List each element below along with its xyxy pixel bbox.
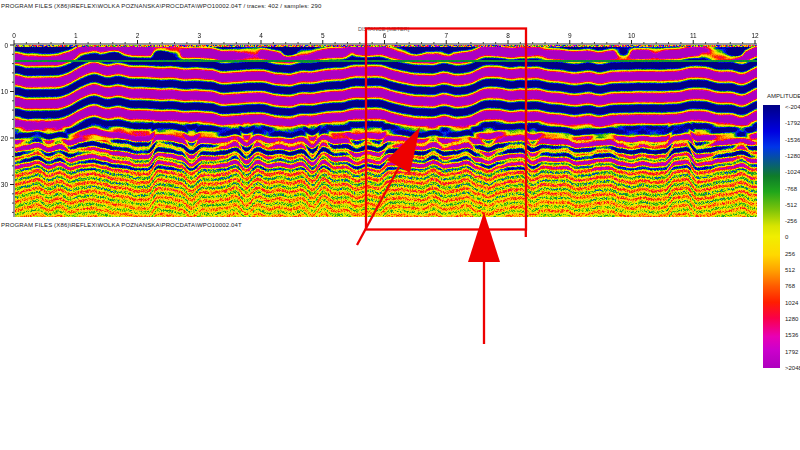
axes-rulers: 01234567891011120102030: [0, 0, 800, 450]
x-tick-label: 0: [12, 32, 16, 39]
y-tick-label: 30: [1, 181, 9, 188]
y-tick-label: 20: [1, 135, 9, 142]
x-tick-label: 9: [568, 32, 572, 39]
x-tick-label: 12: [751, 32, 759, 39]
x-tick-label: 7: [444, 32, 448, 39]
x-tick-label: 10: [628, 32, 636, 39]
x-tick-label: 2: [136, 32, 140, 39]
x-tick-label: 8: [506, 32, 510, 39]
x-tick-label: 4: [259, 32, 263, 39]
y-tick-label: 10: [1, 88, 9, 95]
y-tick-label: 0: [4, 42, 8, 49]
x-tick-label: 6: [383, 32, 387, 39]
reflexw-profile-window: { "window": { "background": "#ffffff" },…: [0, 0, 800, 450]
x-tick-label: 11: [690, 32, 697, 39]
x-tick-label: 1: [74, 32, 78, 39]
x-tick-label: 3: [197, 32, 201, 39]
x-tick-label: 5: [321, 32, 325, 39]
